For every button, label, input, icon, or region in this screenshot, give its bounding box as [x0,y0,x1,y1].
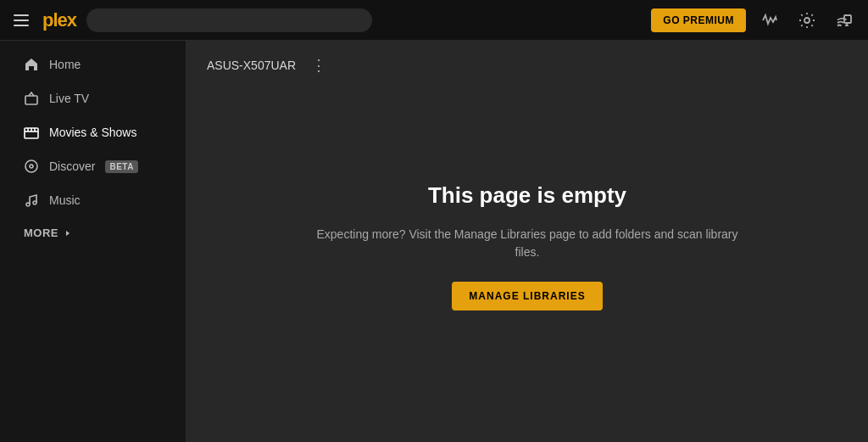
live-tv-icon [24,91,39,106]
search-input[interactable] [86,8,372,32]
svg-point-13 [25,160,37,172]
empty-state-description: Expecting more? Visit the Manage Librari… [315,226,739,261]
sidebar-item-live-tv-label: Live TV [49,92,89,105]
plex-logo-text: plex [42,9,76,31]
go-premium-button[interactable]: GO PREMIUM [651,8,746,32]
sidebar-item-discover-label: Discover [49,159,95,173]
more-label: MORE [24,227,58,239]
content-area: ASUS-X507UAR ⋮ This page is empty Expect… [186,41,868,442]
settings-icon-button[interactable] [793,7,821,34]
empty-state-title: This page is empty [428,182,626,209]
movies-shows-icon [24,125,39,140]
cast-icon-button[interactable] [831,7,858,34]
plex-logo[interactable]: plex [42,9,76,31]
manage-libraries-button[interactable]: MANAGE LIBRARIES [452,282,602,311]
sidebar-item-home[interactable]: Home [7,48,179,81]
chevron-right-icon [64,229,72,238]
sidebar-item-discover[interactable]: Discover BETA [7,150,179,182]
content-header: ASUS-X507UAR ⋮ [186,41,868,85]
activity-icon-button[interactable] [756,7,783,34]
discover-beta-badge: BETA [105,160,137,173]
home-icon [24,57,39,72]
more-options-button[interactable]: ⋮ [306,56,331,75]
more-button[interactable]: MORE [7,218,179,248]
svg-rect-7 [25,96,37,104]
sidebar-item-music-label: Music [49,193,81,207]
top-nav: plex GO PREMIUM [0,0,868,41]
music-icon [24,193,39,208]
svg-rect-0 [14,14,29,16]
sidebar-item-movies-shows-label: Movies & Shows [49,126,136,139]
main-layout: Home Live TV Movies & Shows D [0,41,868,442]
sidebar-item-music[interactable]: Music [7,184,179,216]
sidebar: Home Live TV Movies & Shows D [0,41,186,442]
sidebar-item-home-label: Home [49,58,81,71]
svg-rect-1 [14,20,29,21]
svg-rect-2 [14,25,29,26]
hamburger-button[interactable] [10,11,32,30]
server-name: ASUS-X507UAR [207,59,296,72]
sidebar-item-movies-shows[interactable]: Movies & Shows [7,116,179,148]
sidebar-item-live-tv[interactable]: Live TV [7,82,179,115]
svg-point-14 [30,165,33,168]
svg-point-3 [804,18,810,23]
empty-state: This page is empty Expecting more? Visit… [186,85,868,442]
discover-icon [24,159,39,174]
